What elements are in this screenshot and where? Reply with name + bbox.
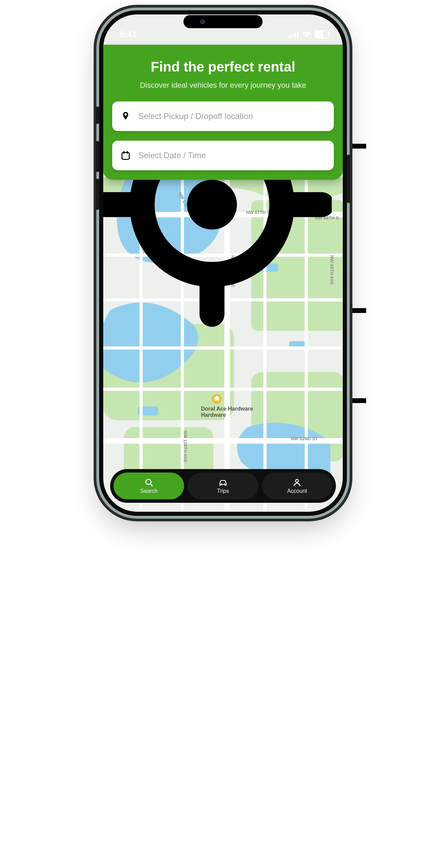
svg-point-20: [187, 180, 237, 230]
pickup-location-field[interactable]: Select Pickup / Dropoff location: [112, 101, 334, 131]
battery-icon: [315, 30, 329, 39]
nav-trips[interactable]: Trips: [188, 473, 258, 499]
artifact-bar: [350, 308, 366, 313]
mute-switch: [96, 107, 99, 124]
svg-point-23: [221, 483, 222, 484]
bottom-nav: Search Trips Account: [110, 469, 336, 503]
notch: [183, 15, 263, 28]
status-time: 9:41: [120, 30, 137, 39]
date-time-field[interactable]: Select Date / Time: [112, 141, 334, 170]
volume-down-button: [96, 179, 99, 210]
nav-account-label: Account: [287, 488, 307, 494]
nav-search-label: Search: [140, 488, 158, 494]
header-subtitle: Discover ideal vehicles for every journe…: [112, 81, 334, 90]
power-button: [347, 155, 350, 203]
artifact-bar: [350, 144, 366, 149]
screen: NW 74TH ST N NW 67TH ST NW 66TH S NW 52N…: [103, 14, 343, 512]
wifi-icon: [302, 30, 311, 39]
signal-icon: [289, 31, 299, 38]
nav-search[interactable]: Search: [114, 473, 184, 499]
artifact-bar: [350, 398, 366, 403]
svg-point-25: [296, 479, 298, 482]
volume-up-button: [96, 141, 99, 172]
nav-account[interactable]: Account: [262, 473, 332, 499]
car-icon: [218, 478, 228, 487]
svg-point-24: [224, 483, 225, 484]
svg-rect-21: [122, 152, 129, 159]
phone-frame: NW 74TH ST N NW 67TH ST NW 66TH S NW 52N…: [99, 10, 347, 516]
date-placeholder: Select Date / Time: [138, 151, 206, 160]
header-title: Find the perfect rental: [112, 59, 334, 75]
person-icon: [292, 478, 302, 487]
calendar-icon: [120, 150, 131, 161]
search-header-card: Find the perfect rental Discover ideal v…: [103, 45, 343, 180]
pin-icon: [120, 111, 131, 121]
nav-trips-label: Trips: [217, 488, 229, 494]
search-icon: [144, 478, 154, 487]
pickup-placeholder: Select Pickup / Dropoff location: [138, 111, 253, 121]
